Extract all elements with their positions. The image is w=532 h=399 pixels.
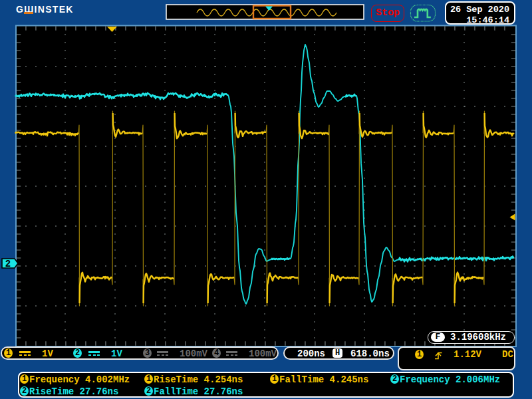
svg-text:2: 2 — [5, 259, 11, 269]
